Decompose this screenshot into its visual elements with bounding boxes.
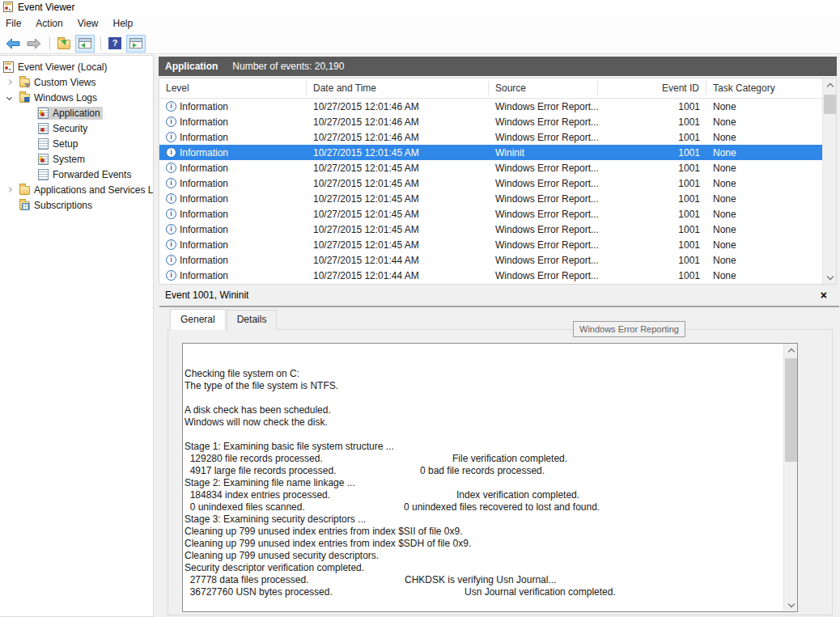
column-header-level[interactable]: Level: [159, 81, 307, 95]
table-row[interactable]: Information10/27/2015 12:01:45 AMWininit…: [159, 145, 836, 160]
event-list: LevelDate and TimeSourceEvent IDTask Cat…: [159, 78, 837, 285]
cell-event-id: 1001: [598, 178, 706, 189]
event-description-text: Checking file system on C:The type of th…: [185, 368, 783, 611]
cell-source: Windows Error Report...: [489, 209, 598, 220]
information-icon: [166, 147, 176, 158]
level-text: Information: [180, 147, 228, 158]
cell-task-category: None: [706, 116, 836, 128]
event-list-rows: Information10/27/2015 12:01:46 AMWindows…: [159, 99, 836, 283]
description-line-right: 0 unindexed files recovered to lost and …: [404, 501, 600, 513]
table-row[interactable]: Information10/27/2015 12:01:45 AMWindows…: [159, 222, 836, 237]
tree-item-security[interactable]: Security: [0, 120, 153, 136]
cell-level: Information: [159, 209, 307, 220]
table-row[interactable]: Information10/27/2015 12:01:45 AMWindows…: [159, 175, 836, 191]
scroll-down-icon[interactable]: [823, 272, 837, 284]
cell-source: Wininit: [489, 147, 598, 158]
tree-item-windows-logs[interactable]: Windows Logs: [0, 90, 153, 105]
description-scroll-thumb[interactable]: [785, 358, 797, 462]
tab-details[interactable]: Details: [227, 310, 278, 330]
table-row[interactable]: Information10/27/2015 12:01:46 AMWindows…: [159, 129, 836, 145]
chevron-right-icon[interactable]: [6, 80, 19, 84]
table-row[interactable]: Information10/27/2015 12:01:46 AMWindows…: [159, 114, 836, 129]
console-tree-toggle-button[interactable]: [75, 35, 95, 53]
tab-general[interactable]: General: [170, 309, 226, 330]
cell-level: Information: [159, 255, 307, 266]
tree-item-applications-and-services-lo[interactable]: Applications and Services Lo: [0, 182, 153, 197]
cell-level: Information: [159, 270, 307, 281]
chevron-right-icon[interactable]: [6, 188, 19, 192]
tree-item-custom-views[interactable]: Custom Views: [0, 74, 153, 90]
tree-item-label: Setup: [53, 138, 78, 150]
event-list-scrollbar[interactable]: [822, 78, 836, 284]
column-header-event-id[interactable]: Event ID: [598, 81, 706, 95]
tree-item-application[interactable]: Application: [0, 105, 153, 120]
tree-item-system[interactable]: System: [0, 151, 153, 167]
event-list-scroll-thumb[interactable]: [824, 95, 836, 114]
scroll-up-icon[interactable]: [823, 78, 837, 91]
cell-task-category: None: [706, 101, 836, 112]
cell-level: Information: [159, 193, 307, 205]
cell-level: Information: [159, 224, 307, 235]
scroll-up-icon[interactable]: [784, 344, 798, 356]
tree-item-body: Applications and Services Lo: [19, 184, 154, 197]
cell-datetime: 10/27/2015 12:01:45 AM: [307, 147, 489, 158]
doc-warn-icon: [38, 108, 49, 119]
back-button[interactable]: [3, 35, 23, 53]
table-row[interactable]: Information10/27/2015 12:01:44 AMWindows…: [159, 268, 836, 283]
results-pane-event-count: Number of events: 20,190: [232, 61, 344, 72]
tree-item-setup[interactable]: Setup: [0, 136, 153, 151]
toolbar: [0, 33, 840, 54]
column-header-date-and-time[interactable]: Date and Time: [307, 81, 489, 95]
cell-datetime: 10/27/2015 12:01:45 AM: [307, 178, 489, 189]
information-icon: [166, 270, 176, 281]
table-row[interactable]: Information10/27/2015 12:01:45 AMWindows…: [159, 191, 836, 206]
cell-source: Windows Error Report...: [489, 224, 598, 235]
description-line-right: Index verification completed.: [456, 489, 579, 501]
event-detail-pane: Event 1001, Wininit × GeneralDetails Che…: [159, 285, 840, 617]
table-row[interactable]: Information10/27/2015 12:01:45 AMWindows…: [159, 237, 836, 252]
description-line: 129280 file records processed.File verif…: [185, 453, 783, 465]
close-icon[interactable]: ×: [821, 289, 827, 301]
table-row[interactable]: Information10/27/2015 12:01:45 AMWindows…: [159, 160, 836, 175]
doc-warn-icon: [38, 154, 49, 165]
description-line: A disk check has been scheduled.: [185, 404, 783, 416]
cell-source: Windows Error Report...: [489, 163, 598, 174]
menu-item-view[interactable]: View: [78, 15, 107, 32]
menu-item-help[interactable]: Help: [113, 15, 142, 32]
forward-button[interactable]: [24, 35, 44, 53]
level-text: Information: [180, 255, 228, 266]
description-line-right: Usn Journal verification completed.: [465, 586, 616, 598]
table-row[interactable]: Information10/27/2015 12:01:44 AMWindows…: [159, 252, 836, 268]
action-pane-toggle-button[interactable]: [126, 35, 146, 53]
tree-item-subscriptions[interactable]: Subscriptions: [0, 197, 153, 213]
cell-event-id: 1001: [598, 255, 706, 266]
table-row[interactable]: Information10/27/2015 12:01:45 AMWindows…: [159, 206, 836, 222]
column-header-task-category[interactable]: Task Category: [706, 81, 836, 95]
description-line: Security descriptor verification complet…: [185, 562, 783, 574]
scroll-down-icon[interactable]: [784, 599, 798, 611]
cell-event-id: 1001: [598, 163, 706, 174]
chevron-down-icon[interactable]: [6, 95, 19, 99]
tree-item-forwarded-events[interactable]: Forwarded Events: [0, 167, 153, 182]
doc-err-icon: [38, 123, 49, 134]
tree-item-label: Custom Views: [34, 77, 95, 88]
menu-item-file[interactable]: File: [6, 15, 29, 32]
description-line: 4917 large file records processed.0 bad …: [185, 465, 783, 477]
help-button[interactable]: [105, 35, 125, 53]
description-scrollbar[interactable]: [783, 344, 797, 611]
open-saved-log-button[interactable]: [54, 35, 74, 53]
event-detail-title: Event 1001, Wininit: [165, 289, 248, 301]
event-viewer-app-icon: [3, 2, 13, 12]
tree-item-label: Windows Logs: [34, 92, 97, 104]
column-header-source[interactable]: Source: [489, 81, 598, 95]
cell-source: Windows Error Report...: [489, 132, 598, 143]
table-row[interactable]: Information10/27/2015 12:01:46 AMWindows…: [159, 99, 836, 114]
cell-source: Windows Error Report...: [489, 178, 598, 189]
information-icon: [166, 132, 176, 142]
description-line: Checking file system on C:: [185, 368, 783, 380]
tree-item-event-viewer-local[interactable]: Event Viewer (Local): [0, 59, 153, 74]
tree-item-label: Applications and Services Lo: [34, 184, 154, 196]
cell-source: Windows Error Report...: [489, 193, 598, 205]
menu-item-action[interactable]: Action: [36, 15, 70, 32]
toolbar-separator: [100, 37, 101, 50]
